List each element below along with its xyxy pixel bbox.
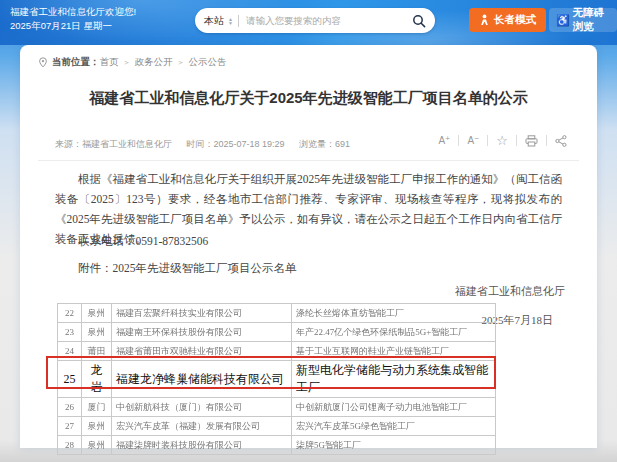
cell-city: 泉州	[82, 304, 112, 323]
cell-no: 22	[58, 304, 82, 323]
cell-city: 泉州	[82, 417, 112, 436]
cell-no: 24	[58, 342, 82, 361]
meta-divider	[38, 160, 579, 161]
cell-city: 龙岩	[82, 361, 112, 398]
table-row: 28 泉州 福建柒牌时装科技股份有限公司 柒牌5G智能工厂	[58, 436, 496, 455]
cell-project: 宏兴汽车皮革5G绿色智能工厂	[292, 417, 496, 436]
cell-no: 23	[58, 323, 82, 342]
table-row: 23 泉州 福建南王环保科技股份有限公司 年产22.47亿个绿色环保纸制品5G+…	[58, 323, 496, 342]
cell-company: 福建百宏聚纤科技实业有限公司	[112, 304, 292, 323]
page-title: 福建省工业和信息化厅关于2025年先进级智能工厂项目名单的公示	[40, 87, 577, 109]
cell-no: 26	[58, 398, 82, 417]
cell-no: 27	[58, 417, 82, 436]
cell-project: 基于工业互联网的鞋业产业链智能工厂	[292, 342, 496, 361]
share-icon[interactable]	[547, 135, 575, 147]
cell-city: 泉州	[82, 323, 112, 342]
elder-person-icon	[479, 14, 490, 26]
cell-company: 中创新航科技（厦门）有限公司	[112, 398, 292, 417]
location-icon	[38, 57, 48, 68]
cell-project: 年产22.47亿个绿色环保纸制品5G+智能工厂	[292, 323, 496, 342]
accessibility-label: 无障碍浏览	[573, 6, 610, 34]
cell-no: 25	[58, 361, 82, 398]
font-larger-button[interactable]: A⁺	[430, 135, 458, 146]
chevron-updown-icon: ▲▼	[228, 17, 233, 25]
cell-company: 福建南王环保科技股份有限公司	[112, 323, 292, 342]
elder-mode-button[interactable]: 长者模式	[469, 8, 546, 32]
font-smaller-button[interactable]: A⁻	[459, 135, 487, 146]
search-icon[interactable]	[412, 14, 426, 28]
breadcrumb-gov[interactable]: 政务公开	[135, 56, 173, 69]
cell-company: 福建龙净蜂巢储能科技有限公司	[112, 361, 292, 398]
table-row: 27 泉州 宏兴汽车皮革（福建）发展有限公司 宏兴汽车皮革5G绿色智能工厂	[58, 417, 496, 436]
cell-company: 福建省莆田市双驰鞋业有限公司	[112, 342, 292, 361]
cell-project: 中创新航厦门公司锂离子动力电池智能工厂	[292, 398, 496, 417]
breadcrumb-notice[interactable]: 公示公告	[189, 56, 227, 69]
meta-source: 来源：福建省工业和信息化厅	[55, 139, 172, 149]
meta-time: 时间：2025-07-18 19:29	[187, 139, 285, 149]
cell-city: 莆田	[82, 342, 112, 361]
table-row: 26 厦门 中创新航科技（厦门）有限公司 中创新航厦门公司锂离子动力电池智能工厂	[58, 398, 496, 417]
search-divider	[238, 15, 239, 27]
favorite-star-icon[interactable]: ☆	[488, 133, 516, 148]
welcome-text: 福建省工业和信息化厅欢迎您!	[10, 5, 136, 19]
cell-project: 涤纶长丝熔体直纺智能工厂	[292, 304, 496, 323]
meta-views: 浏览量：691	[299, 139, 350, 149]
elder-mode-label: 长者模式	[494, 13, 536, 27]
cell-company: 宏兴汽车皮革（福建）发展有限公司	[112, 417, 292, 436]
breadcrumb: 当前位置： 首页 ＞ 政务公开 ＞ 公示公告	[38, 56, 227, 69]
announcement-table: 22 泉州 福建百宏聚纤科技实业有限公司 涤纶长丝熔体直纺智能工厂 23 泉州 …	[57, 303, 496, 455]
breadcrumb-home[interactable]: 首页	[100, 56, 119, 69]
header-welcome-block: 福建省工业和信息化厅欢迎您! 2025年07月21日 星期一	[10, 5, 136, 33]
content-card: 当前位置： 首页 ＞ 政务公开 ＞ 公示公告 福建省工业和信息化厅关于2025年…	[20, 45, 597, 448]
breadcrumb-separator: ＞	[123, 57, 131, 68]
breadcrumb-separator: ＞	[177, 57, 185, 68]
contact-phone: 联系电话：0591-87832506	[55, 234, 208, 249]
wheelchair-icon: ♿	[556, 14, 570, 27]
print-icon[interactable]	[517, 135, 546, 147]
page: 福建省工业和信息化厅欢迎您! 2025年07月21日 星期一 本站 ▲▼ 长者模…	[0, 0, 617, 462]
cell-company: 福建柒牌时装科技股份有限公司	[112, 436, 292, 455]
article-meta: 来源：福建省工业和信息化厅 时间：2025-07-18 19:29 浏览量：69…	[55, 138, 362, 151]
article-toolbar: A⁺ A⁻ ☆	[430, 133, 575, 148]
cell-city: 泉州	[82, 436, 112, 455]
cell-no: 28	[58, 436, 82, 455]
cell-city: 厦门	[82, 398, 112, 417]
search-input[interactable]	[246, 15, 412, 26]
accessibility-button[interactable]: ♿ 无障碍浏览	[549, 8, 617, 32]
cell-project: 柒牌5G智能工厂	[292, 436, 496, 455]
site-header: 福建省工业和信息化厅欢迎您! 2025年07月21日 星期一 本站 ▲▼ 长者模…	[0, 0, 617, 45]
attachment-link[interactable]: 附件：2025年先进级智能工厂项目公示名单	[55, 261, 297, 276]
search-scope-select[interactable]: 本站	[204, 14, 224, 28]
table-row: 22 泉州 福建百宏聚纤科技实业有限公司 涤纶长丝熔体直纺智能工厂	[58, 304, 496, 323]
search-bar[interactable]: 本站 ▲▼	[195, 8, 435, 33]
cell-project: 新型电化学储能与动力系统集成智能工厂	[292, 361, 496, 398]
breadcrumb-label: 当前位置：	[52, 56, 100, 69]
table-row-highlighted: 25 龙岩 福建龙净蜂巢储能科技有限公司 新型电化学储能与动力系统集成智能工厂	[58, 361, 496, 398]
table-row: 24 莆田 福建省莆田市双驰鞋业有限公司 基于工业互联网的鞋业产业链智能工厂	[58, 342, 496, 361]
signature-org: 福建省工业和信息化厅	[455, 284, 565, 299]
header-date: 2025年07月21日 星期一	[10, 19, 136, 33]
